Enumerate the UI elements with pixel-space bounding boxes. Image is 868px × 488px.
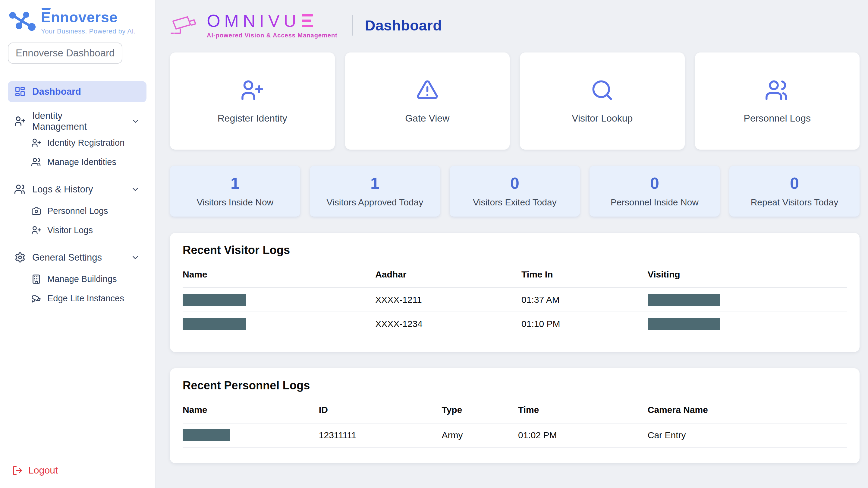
gear-icon (14, 252, 26, 263)
table-bottom-padding (183, 336, 847, 349)
omnivue-brand-block: OMNIVU AI-powered Vision & Access Manage… (207, 12, 338, 39)
main-content: OMNIVU AI-powered Vision & Access Manage… (156, 0, 868, 488)
column-header: Aadhar (375, 269, 521, 280)
cctv-icon (31, 293, 41, 304)
stat-repeat-visitors-today: 0 Repeat Visitors Today (730, 166, 860, 217)
logout-icon (12, 465, 23, 476)
omnivue-letters: OMNIVU (207, 12, 300, 30)
redacted-name-cell (183, 318, 246, 330)
action-card-label: Register Identity (218, 113, 287, 124)
type-cell: Army (442, 430, 518, 440)
table-row: 12311111 Army 01:02 PM Car Entry (183, 424, 847, 448)
sidebar-item-edge-lite-instances[interactable]: Edge Lite Instances (28, 289, 147, 308)
ennoverse-logo: Ennoverse Your Business. Powered by AI. (8, 9, 147, 35)
personnel-logs-card[interactable]: Personnel Logs (695, 53, 860, 150)
omnivue-wordmark: OMNIVU (207, 12, 338, 30)
stat-value: 1 (230, 175, 240, 191)
brand-e-macron (41, 8, 51, 10)
building-icon (31, 274, 41, 284)
stat-label: Visitors Approved Today (327, 197, 424, 207)
table-row: XXXX-1211 01:37 AM (183, 288, 847, 312)
user-plus-icon (241, 79, 264, 102)
stat-visitors-inside-now: 1 Visitors Inside Now (170, 166, 300, 217)
stat-label: Repeat Visitors Today (751, 197, 838, 207)
redacted-name-cell (183, 429, 230, 441)
column-header: ID (319, 405, 442, 415)
stat-personnel-inside-now: 0 Personnel Inside Now (590, 166, 720, 217)
sidebar-item-visitor-logs[interactable]: Visitor Logs (28, 221, 147, 240)
sidebar-item-general-settings[interactable]: General Settings (8, 247, 147, 268)
column-header: Name (183, 405, 319, 415)
column-header: Time In (521, 269, 648, 280)
visitor-lookup-card[interactable]: Visitor Lookup (520, 53, 685, 150)
omnivue-camera-icon (170, 15, 199, 36)
header-divider (352, 15, 353, 36)
sidebar-item-label: Logs & History (32, 184, 93, 195)
sidebar-item-label: Manage Buildings (47, 274, 117, 284)
personnel-logs-table: Name ID Type Time Camera Name 12311111 A… (183, 405, 847, 460)
dashboard-icon (14, 86, 26, 97)
page-header: OMNIVU AI-powered Vision & Access Manage… (170, 13, 860, 38)
search-icon (590, 79, 614, 102)
brand-name: Ennoverse (41, 10, 136, 26)
table-header-row: Name ID Type Time Camera Name (183, 405, 847, 424)
panel-title: Recent Visitor Logs (183, 244, 847, 257)
omnivue-tagline: AI-powered Vision & Access Management (207, 32, 338, 39)
stat-value: 0 (790, 175, 799, 191)
logout-button[interactable]: Logout (8, 462, 147, 479)
app-root: Ennoverse Your Business. Powered by AI. … (0, 0, 868, 488)
time-in-cell: 01:37 AM (521, 295, 648, 305)
column-header: Name (183, 269, 375, 280)
users-icon (14, 184, 26, 195)
sidebar-item-dashboard[interactable]: Dashboard (8, 81, 147, 102)
page-title: Dashboard (365, 17, 442, 34)
recent-personnel-logs-panel: Recent Personnel Logs Name ID Type Time … (170, 368, 860, 463)
aadhar-cell: XXXX-1211 (375, 295, 521, 305)
action-card-label: Visitor Lookup (572, 113, 632, 124)
camera-name-cell: Car Entry (648, 430, 847, 440)
sidebar-nav: Dashboard Identity Management Identity R… (8, 81, 147, 309)
register-identity-card[interactable]: Register Identity (170, 53, 335, 150)
chevron-down-icon (131, 185, 140, 194)
recent-visitor-logs-panel: Recent Visitor Logs Name Aadhar Time In … (170, 233, 860, 352)
sidebar-item-logs-history[interactable]: Logs & History (8, 179, 147, 200)
redacted-visiting-cell (648, 294, 720, 306)
action-card-label: Personnel Logs (744, 113, 811, 124)
workspace-selector[interactable]: Ennoverse Dashboard (8, 42, 122, 64)
action-card-label: Gate View (405, 113, 450, 124)
sidebar-item-label: Personnel Logs (47, 206, 108, 216)
redacted-name-cell (183, 294, 246, 306)
sidebar-item-label: Visitor Logs (47, 225, 93, 235)
stat-value: 0 (650, 175, 659, 191)
sidebar-item-label: Manage Identities (47, 157, 116, 167)
sidebar-item-label: Edge Lite Instances (47, 293, 124, 304)
sidebar-item-manage-identities[interactable]: Manage Identities (28, 153, 147, 172)
sidebar-item-manage-buildings[interactable]: Manage Buildings (28, 270, 147, 289)
camera-icon (31, 206, 41, 216)
logout-label: Logout (28, 465, 58, 476)
sidebar-item-label: Identity Management (32, 110, 118, 132)
stat-value: 1 (370, 175, 379, 191)
stat-label: Visitors Exited Today (473, 197, 556, 207)
brand-tagline: Your Business. Powered by AI. (41, 27, 136, 35)
action-cards-row: Register Identity Gate View Visitor Look… (170, 53, 860, 150)
sidebar-item-personnel-logs[interactable]: Personnel Logs (28, 202, 147, 221)
time-cell: 01:02 PM (518, 430, 648, 440)
alert-triangle-icon (415, 79, 439, 102)
sidebar-item-identity-registration[interactable]: Identity Registration (28, 134, 147, 152)
user-plus-icon (14, 116, 26, 127)
omnivue-xi-glyph (301, 13, 313, 28)
column-header: Type (442, 405, 518, 415)
sidebar-item-label: Identity Registration (47, 138, 124, 148)
stat-label: Visitors Inside Now (197, 197, 274, 207)
gate-view-card[interactable]: Gate View (345, 53, 510, 150)
stat-visitors-approved-today: 1 Visitors Approved Today (310, 166, 440, 217)
sidebar-item-identity-management[interactable]: Identity Management (8, 111, 147, 132)
stat-label: Personnel Inside Now (611, 197, 699, 207)
visitor-logs-table: Name Aadhar Time In Visiting XXXX-1211 0… (183, 269, 847, 349)
ennoverse-logo-icon (8, 9, 36, 33)
panel-title: Recent Personnel Logs (183, 379, 847, 392)
stat-visitors-exited-today: 0 Visitors Exited Today (450, 166, 580, 217)
redacted-visiting-cell (648, 318, 720, 330)
chevron-down-icon (131, 253, 140, 262)
